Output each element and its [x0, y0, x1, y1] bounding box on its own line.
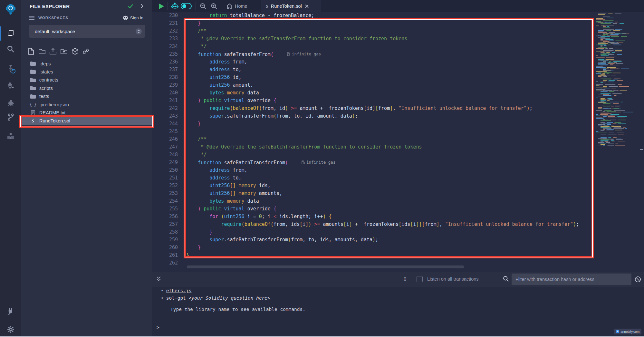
code-line-251: 251 address to,	[152, 174, 595, 182]
upload-file-icon[interactable]	[50, 47, 56, 55]
transaction-count: 0	[404, 276, 406, 282]
code-line-230: 230 return totalBalance - frozenBalance;	[152, 12, 595, 19]
plugin-manager-icon[interactable]	[0, 304, 21, 318]
tree-item-RuneToken.sol[interactable]: SRuneToken.sol	[21, 117, 152, 125]
success-check-icon	[128, 4, 133, 8]
git-icon[interactable]	[0, 110, 21, 124]
horizontal-scrollbar[interactable]	[187, 265, 464, 268]
folder-icon	[30, 78, 36, 82]
clear-console-ban-icon[interactable]	[635, 276, 641, 283]
code-line-260: 260 }	[152, 244, 595, 251]
code-line-232: 232 /**	[152, 27, 595, 35]
sol-icon: S	[30, 119, 36, 123]
workspaces-row: WORKSPACES Sign in	[21, 12, 152, 23]
transaction-filter-input[interactable]	[512, 274, 631, 285]
close-tab-icon[interactable]	[305, 5, 309, 8]
doc-icon	[30, 110, 36, 115]
panel-header: FILE EXPLORER	[21, 0, 152, 12]
tree-item-contracts[interactable]: contracts	[21, 76, 152, 84]
settings-gear-icon[interactable]	[0, 322, 21, 336]
terminal-help-text: Type the library name to see available c…	[170, 307, 305, 312]
file-explorer-icon[interactable]	[0, 26, 21, 40]
create-new-folder-icon[interactable]	[39, 47, 45, 55]
folder-icon	[30, 94, 36, 99]
sign-in-button[interactable]: Sign in	[123, 15, 143, 20]
code-editor[interactable]: 230 return totalBalance - frozenBalance;…	[152, 12, 644, 272]
github-icon	[123, 15, 128, 20]
workspace-select[interactable]: default_workspace	[29, 25, 145, 38]
tree-item-scripts[interactable]: scripts	[21, 84, 152, 92]
terminal-cmd-line: •sol-gpt <your Solidity question here>	[161, 295, 270, 301]
code-line-257: 257 require(balanceOf(from, ids[i]) >= a…	[152, 220, 595, 228]
annotely-watermark: A annotely.com	[614, 329, 641, 334]
listen-transactions-label: Listen on all transactions	[427, 276, 479, 282]
link-gist-icon[interactable]	[82, 47, 89, 55]
solidity-compiler-icon[interactable]	[0, 62, 21, 76]
code-line-243: 243 super.safeTransferFrom(from, to, id,…	[152, 112, 595, 120]
debugger-icon[interactable]	[0, 95, 21, 110]
icon-rail	[0, 0, 21, 337]
code-line-259: 259 super.safeBatchTransferFrom(from, to…	[152, 236, 595, 244]
code-line-250: 250 address from,	[152, 166, 595, 174]
terminal-lib-line: •ethers.js	[161, 288, 191, 293]
tree-item-tests[interactable]: tests	[21, 92, 152, 101]
code-line-258: 258 }	[152, 228, 595, 236]
code-line-235: 235 function safeTransferFrom(infinite g…	[152, 50, 595, 58]
code-line-248: 248 */	[152, 151, 595, 159]
terminal-search-icon[interactable]	[503, 276, 509, 282]
run-script-play-button[interactable]	[159, 0, 164, 12]
terminal-prompt[interactable]: >	[157, 325, 159, 330]
zoom-in-icon[interactable]	[211, 0, 217, 12]
zoom-out-icon[interactable]	[200, 0, 207, 12]
copilot-toggle[interactable]	[181, 0, 192, 12]
terminal-bar: 0 Listen on all transactions	[152, 272, 644, 287]
tree-item-README.txt[interactable]: README.txt	[21, 109, 152, 117]
json-icon: { }	[30, 102, 36, 107]
deploy-run-icon[interactable]	[0, 78, 21, 92]
expand-terminal-chevrons-icon[interactable]	[156, 276, 161, 282]
home-icon	[226, 4, 232, 9]
folder-icon	[30, 86, 36, 90]
minimap[interactable]	[595, 12, 640, 264]
tree-item-.states[interactable]: .states	[21, 68, 152, 76]
learneth-icon[interactable]	[0, 129, 21, 143]
code-line-240: 240 bytes memory data	[152, 89, 595, 97]
vertical-scrollbar[interactable]	[640, 149, 643, 150]
tab-home[interactable]: Home	[222, 0, 252, 12]
create-new-file-icon[interactable]	[28, 47, 34, 55]
workspaces-menu-icon[interactable]	[29, 16, 34, 20]
tab-runetoken[interactable]: S RuneToken.sol	[261, 0, 321, 12]
publish-ipfs-cube-icon[interactable]	[72, 47, 78, 55]
search-icon[interactable]	[0, 42, 21, 56]
solidity-file-icon: S	[266, 4, 268, 9]
code-line-236: 236 address from,	[152, 58, 595, 66]
terminal-output[interactable]: •ethers.js •sol-gpt <your Solidity quest…	[152, 287, 644, 336]
code-line-246: 246 /**	[152, 135, 595, 143]
code-line-233: 233 * @dev Override the safeTransferFrom…	[152, 35, 595, 43]
code-line-252: 252 uint256[] memory ids,	[152, 182, 595, 189]
upload-folder-icon[interactable]	[61, 47, 67, 55]
window-bottom-edge	[0, 336, 644, 337]
infinite-gas-hint: infinite gas	[287, 50, 321, 58]
listen-transactions-checkbox[interactable]	[417, 276, 423, 282]
explorer-toolbar	[28, 47, 89, 55]
code-line-249: 249 function safeBatchTransferFrom(infin…	[152, 159, 595, 166]
code-line-237: 237 address to,	[152, 66, 595, 73]
ai-copilot-robot-icon[interactable]	[171, 0, 178, 12]
workspace-selected-value: default_workspace	[35, 29, 75, 34]
code-line-255: 255 ) public virtual override {	[152, 205, 595, 213]
code-line-247: 247 * @dev Override the safeBatchTransfe…	[152, 143, 595, 151]
tree-item-.deps[interactable]: .deps	[21, 60, 152, 68]
workspace-select-arrows-icon	[136, 28, 142, 34]
ethers-link[interactable]: ethers.js	[166, 288, 192, 293]
tree-item-.prettierrc.json[interactable]: { }.prettierrc.json	[21, 101, 152, 109]
remix-logo-icon[interactable]	[0, 2, 21, 16]
remix-ide-window: FILE EXPLORER WORKSPACES Sign in default…	[0, 0, 644, 337]
annotely-icon: A	[616, 330, 619, 333]
infinite-gas-hint: infinite gas	[302, 159, 335, 166]
workspaces-label: WORKSPACES	[38, 16, 68, 20]
panel-title: FILE EXPLORER	[30, 4, 70, 9]
code-line-231: 231 }	[152, 19, 595, 27]
collapse-panel-chevron-icon[interactable]	[140, 4, 143, 8]
code-line-253: 253 uint256[] memory amounts,	[152, 189, 595, 197]
